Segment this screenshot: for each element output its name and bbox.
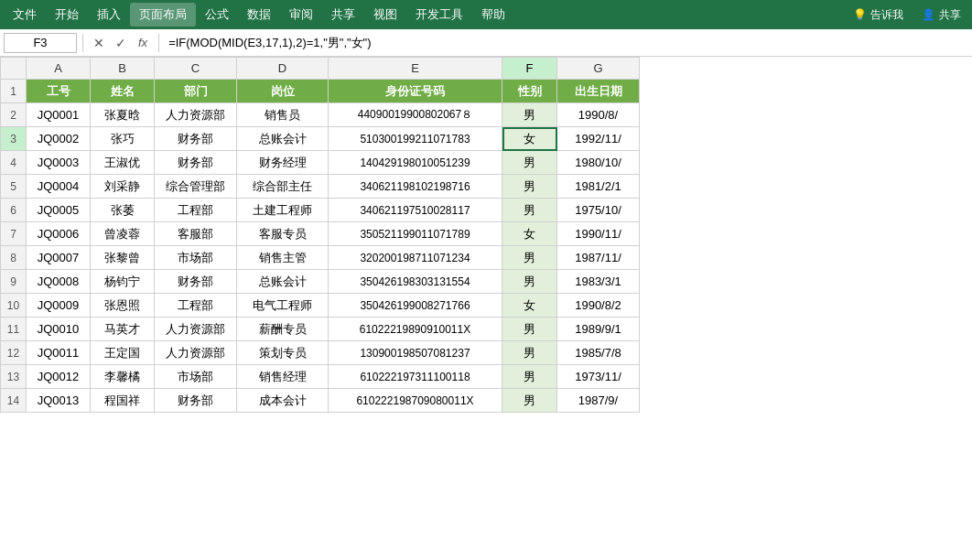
- cell-D6[interactable]: 土建工程师: [237, 199, 329, 222]
- cell-G12[interactable]: 1985/7/8: [557, 341, 640, 365]
- cell-F14[interactable]: 男: [502, 389, 557, 413]
- cell-A4[interactable]: JQ0003: [27, 151, 91, 175]
- cell-A3[interactable]: JQ0002: [27, 127, 91, 151]
- cell-A9[interactable]: JQ0008: [27, 270, 91, 294]
- cell-G3[interactable]: 1992/11/: [557, 127, 640, 151]
- cell-E11[interactable]: 61022219890910011X: [329, 318, 502, 341]
- cell-E7[interactable]: 350521199011071789: [329, 222, 502, 246]
- menu-layout[interactable]: 页面布局: [130, 3, 196, 27]
- menu-view[interactable]: 视图: [364, 3, 406, 27]
- cell-E9[interactable]: 350426198303131554: [329, 270, 502, 294]
- menu-file[interactable]: 文件: [4, 3, 46, 27]
- cell-F5[interactable]: 男: [502, 175, 557, 199]
- cell-E2[interactable]: 44090019900802067８: [329, 103, 502, 127]
- cell-E4[interactable]: 140429198010051239: [329, 151, 502, 175]
- menu-formula[interactable]: 公式: [196, 3, 238, 27]
- cell-A7[interactable]: JQ0006: [27, 222, 91, 246]
- menu-insert[interactable]: 插入: [88, 3, 130, 27]
- cell-A5[interactable]: JQ0004: [27, 175, 91, 199]
- header-cell-7[interactable]: 出生日期: [557, 80, 640, 103]
- cell-D11[interactable]: 薪酬专员: [237, 318, 329, 341]
- cell-E13[interactable]: 610222197311100118: [329, 365, 502, 389]
- col-header-C[interactable]: C: [155, 58, 237, 80]
- header-cell-3[interactable]: 部门: [155, 80, 237, 103]
- cell-F6[interactable]: 男: [502, 199, 557, 222]
- cell-B14[interactable]: 程国祥: [91, 389, 155, 413]
- cell-B8[interactable]: 张黎曾: [91, 246, 155, 270]
- cell-D8[interactable]: 销售主管: [237, 246, 329, 270]
- tell-me-button[interactable]: 💡 告诉我: [846, 5, 911, 26]
- formula-input[interactable]: [165, 33, 968, 53]
- cell-F11[interactable]: 男: [502, 318, 557, 341]
- cell-C10[interactable]: 工程部: [155, 294, 237, 318]
- cell-G4[interactable]: 1980/10/: [557, 151, 640, 175]
- header-cell-5[interactable]: 身份证号码: [329, 80, 502, 103]
- cell-A10[interactable]: JQ0009: [27, 294, 91, 318]
- header-cell-4[interactable]: 岗位: [237, 80, 329, 103]
- cell-B11[interactable]: 马英才: [91, 318, 155, 341]
- cell-F12[interactable]: 男: [502, 341, 557, 365]
- cell-D14[interactable]: 成本会计: [237, 389, 329, 413]
- cell-G2[interactable]: 1990/8/: [557, 103, 640, 127]
- col-header-E[interactable]: E: [329, 58, 502, 80]
- cell-B9[interactable]: 杨钧宁: [91, 270, 155, 294]
- cell-F4[interactable]: 男: [502, 151, 557, 175]
- menu-share[interactable]: 共享: [322, 3, 364, 27]
- menu-home[interactable]: 开始: [46, 3, 88, 27]
- cell-D5[interactable]: 综合部主任: [237, 175, 329, 199]
- cell-C8[interactable]: 市场部: [155, 246, 237, 270]
- cell-G7[interactable]: 1990/11/: [557, 222, 640, 246]
- cell-D2[interactable]: 销售员: [237, 103, 329, 127]
- cell-D9[interactable]: 总账会计: [237, 270, 329, 294]
- cell-F9[interactable]: 男: [502, 270, 557, 294]
- cell-A12[interactable]: JQ0011: [27, 341, 91, 365]
- col-header-F[interactable]: F: [502, 58, 557, 80]
- cell-C5[interactable]: 综合管理部: [155, 175, 237, 199]
- cell-G13[interactable]: 1973/11/: [557, 365, 640, 389]
- cell-D12[interactable]: 策划专员: [237, 341, 329, 365]
- share-button[interactable]: 👤 共享: [914, 5, 968, 26]
- cancel-formula-icon[interactable]: ✕: [89, 34, 109, 52]
- cell-C6[interactable]: 工程部: [155, 199, 237, 222]
- col-header-B[interactable]: B: [91, 58, 155, 80]
- menu-developer[interactable]: 开发工具: [406, 3, 472, 27]
- cell-F10[interactable]: 女: [502, 294, 557, 318]
- cell-A6[interactable]: JQ0005: [27, 199, 91, 222]
- cell-E14[interactable]: 610222198709080011X: [329, 389, 502, 413]
- cell-D3[interactable]: 总账会计: [237, 127, 329, 151]
- cell-E8[interactable]: 320200198711071234: [329, 246, 502, 270]
- cell-C3[interactable]: 财务部: [155, 127, 237, 151]
- menu-data[interactable]: 数据: [238, 3, 280, 27]
- cell-C4[interactable]: 财务部: [155, 151, 237, 175]
- cell-B10[interactable]: 张恩照: [91, 294, 155, 318]
- cell-C12[interactable]: 人力资源部: [155, 341, 237, 365]
- header-cell-2[interactable]: 姓名: [91, 80, 155, 103]
- cell-B2[interactable]: 张夏晗: [91, 103, 155, 127]
- cell-D4[interactable]: 财务经理: [237, 151, 329, 175]
- cell-G9[interactable]: 1983/3/1: [557, 270, 640, 294]
- cell-E6[interactable]: 340621197510028117: [329, 199, 502, 222]
- cell-A14[interactable]: JQ0013: [27, 389, 91, 413]
- col-header-A[interactable]: A: [27, 58, 91, 80]
- cell-B4[interactable]: 王淑优: [91, 151, 155, 175]
- header-cell-6[interactable]: 性别: [502, 80, 557, 103]
- cell-C13[interactable]: 市场部: [155, 365, 237, 389]
- cell-D13[interactable]: 销售经理: [237, 365, 329, 389]
- cell-C7[interactable]: 客服部: [155, 222, 237, 246]
- cell-A8[interactable]: JQ0007: [27, 246, 91, 270]
- cell-B7[interactable]: 曾凌蓉: [91, 222, 155, 246]
- cell-F3[interactable]: 女: [502, 127, 557, 151]
- cell-B12[interactable]: 王定国: [91, 341, 155, 365]
- cell-C14[interactable]: 财务部: [155, 389, 237, 413]
- cell-E10[interactable]: 350426199008271766: [329, 294, 502, 318]
- cell-E5[interactable]: 340621198102198716: [329, 175, 502, 199]
- cell-F2[interactable]: 男: [502, 103, 557, 127]
- menu-review[interactable]: 审阅: [280, 3, 322, 27]
- cell-E3[interactable]: 510300199211071783: [329, 127, 502, 151]
- cell-F7[interactable]: 女: [502, 222, 557, 246]
- cell-F8[interactable]: 男: [502, 246, 557, 270]
- cell-G14[interactable]: 1987/9/: [557, 389, 640, 413]
- col-header-D[interactable]: D: [237, 58, 329, 80]
- menu-help[interactable]: 帮助: [472, 3, 514, 27]
- cell-B5[interactable]: 刘采静: [91, 175, 155, 199]
